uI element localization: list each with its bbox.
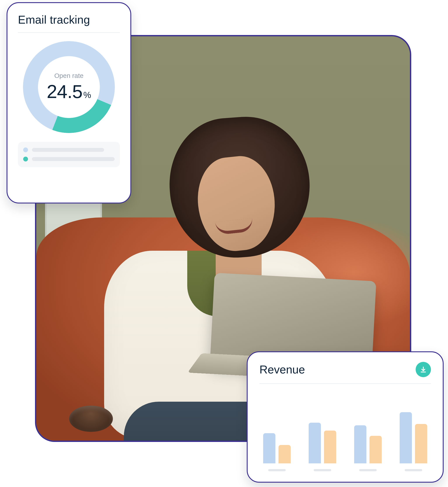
donut-center: Open rate 24.5 %: [23, 41, 115, 133]
bar-pair: [309, 398, 336, 463]
revenue-card: Revenue: [247, 351, 444, 483]
email-legend: [18, 142, 120, 167]
bar: [354, 425, 366, 463]
open-rate-label: Open rate: [54, 72, 83, 80]
revenue-bar-chart: [259, 392, 431, 471]
bar: [324, 431, 336, 463]
divider: [18, 32, 120, 33]
x-axis-tick: [359, 469, 377, 471]
cup-illustration: [69, 406, 113, 432]
bar: [369, 436, 382, 463]
legend-row: [23, 157, 115, 161]
bar: [263, 433, 275, 463]
bar-group: [259, 398, 295, 471]
legend-dot-blue: [23, 147, 28, 152]
open-rate-unit: %: [83, 90, 91, 100]
bar: [400, 412, 412, 463]
bar: [309, 423, 321, 463]
bar-pair: [400, 398, 427, 463]
email-tracking-card: Email tracking Open rate 24.5 %: [7, 2, 131, 203]
divider: [259, 383, 431, 384]
bar-group: [305, 398, 340, 471]
x-axis-tick: [314, 469, 331, 471]
bar: [415, 424, 427, 463]
legend-bar: [32, 148, 104, 152]
bar-group: [396, 398, 431, 471]
bar: [279, 445, 291, 463]
x-axis-tick: [405, 469, 422, 471]
revenue-title: Revenue: [259, 363, 305, 376]
x-axis-tick: [268, 469, 286, 471]
bar-group: [351, 398, 385, 471]
legend-dot-teal: [23, 157, 28, 161]
open-rate-value: 24.5 %: [47, 81, 91, 102]
legend-bar: [32, 157, 115, 161]
email-tracking-title: Email tracking: [18, 13, 120, 26]
open-rate-donut: Open rate 24.5 %: [23, 41, 115, 133]
download-icon: [420, 366, 427, 373]
bar-pair: [354, 398, 382, 463]
download-button[interactable]: [416, 362, 431, 377]
legend-row: [23, 147, 115, 152]
bar-pair: [263, 398, 291, 463]
open-rate-number: 24.5: [47, 81, 82, 102]
